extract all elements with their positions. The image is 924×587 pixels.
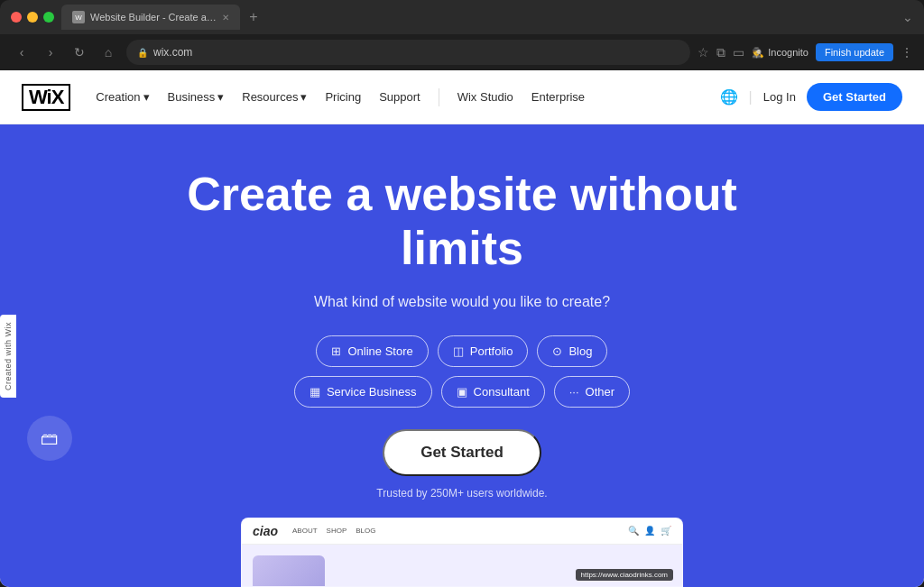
hero-title: Create a website without limits <box>146 168 778 276</box>
nav-separator <box>439 88 439 106</box>
sidebar-icon[interactable]: ▭ <box>733 45 744 60</box>
preview-nav-links: ABOUT SHOP BLOG <box>292 527 375 535</box>
minimize-window-button[interactable] <box>27 12 38 23</box>
portfolio-icon: ◫ <box>453 344 464 358</box>
close-window-button[interactable] <box>11 12 22 23</box>
nav-right: 🌐 | Log In Get Started <box>720 83 902 111</box>
tab-close-icon[interactable]: ✕ <box>222 13 229 23</box>
nav-resources[interactable]: Resources ▾ <box>235 85 314 109</box>
bookmark-icon[interactable]: ☆ <box>698 45 709 60</box>
refresh-button[interactable]: ↻ <box>69 41 90 63</box>
active-tab[interactable]: W Website Builder - Create a Fr... ✕ <box>61 5 240 30</box>
maximize-window-button[interactable] <box>43 12 54 23</box>
preview-nav-about: ABOUT <box>292 527 318 535</box>
nav-pricing[interactable]: Pricing <box>318 85 368 109</box>
traffic-lights <box>11 12 54 23</box>
chevron-down-icon: ▾ <box>143 90 150 104</box>
finish-update-button[interactable]: Finish update <box>816 43 893 61</box>
hero-subtitle: What kind of website would you like to c… <box>314 294 610 310</box>
hero-get-started-button[interactable]: Get Started <box>383 429 541 476</box>
consultant-icon: ▣ <box>457 385 467 399</box>
lock-icon: 🔒 <box>137 48 148 58</box>
preview-window: ciao ABOUT SHOP BLOG 🔍 👤 🛒 https://www.c… <box>241 518 683 587</box>
preview-image <box>253 555 325 587</box>
title-bar: W Website Builder - Create a Fr... ✕ + ⌄ <box>0 0 924 34</box>
nav-enterprise[interactable]: Enterprise <box>524 85 592 109</box>
type-online-store-button[interactable]: ⊞ Online Store <box>316 335 428 367</box>
blog-icon: ⊙ <box>552 344 562 358</box>
trust-text: Trusted by 250M+ users worldwide. <box>376 487 547 500</box>
type-row-1: ⊞ Online Store ◫ Portfolio ⊙ Blog <box>316 335 607 367</box>
nav-creation[interactable]: Creation ▾ <box>88 85 156 109</box>
type-consultant-button[interactable]: ▣ Consultant <box>441 376 545 408</box>
other-icon: ··· <box>569 385 579 399</box>
back-button[interactable]: ‹ <box>11 41 32 63</box>
wix-logo[interactable]: WiX <box>22 84 70 111</box>
created-with-wix-tab: Created with Wix <box>0 314 16 397</box>
website-type-buttons: ⊞ Online Store ◫ Portfolio ⊙ Blog ▦ Serv… <box>294 335 630 408</box>
browser-controls: ‹ › ↻ ⌂ 🔒 wix.com ☆ ⧉ ▭ 🕵 Incognito Fini… <box>0 34 924 70</box>
nav-support[interactable]: Support <box>372 85 428 109</box>
nav-business[interactable]: Business ▾ <box>161 85 232 109</box>
service-icon: ▦ <box>310 385 320 399</box>
cart-icon: 🛒 <box>661 526 671 536</box>
preview-nav-blog: BLOG <box>356 527 375 535</box>
extensions-icon[interactable]: ⧉ <box>716 45 725 60</box>
hero-section: Created with Wix Create a website withou… <box>0 124 924 587</box>
tab-favicon: W <box>72 11 85 23</box>
url-text: wix.com <box>153 46 679 59</box>
type-other-button[interactable]: ··· Other <box>554 376 630 408</box>
expand-browser-icon[interactable]: ⌄ <box>902 10 913 24</box>
preview-icons: 🔍 👤 🛒 <box>628 526 671 536</box>
preview-nav: ciao ABOUT SHOP BLOG 🔍 👤 🛒 <box>242 518 682 545</box>
browser-actions: ☆ ⧉ ▭ 🕵 Incognito Finish update ⋮ <box>698 43 913 61</box>
login-button[interactable]: Log In <box>763 90 796 104</box>
type-blog-button[interactable]: ⊙ Blog <box>537 335 607 367</box>
home-button[interactable]: ⌂ <box>97 41 119 63</box>
tab-title: Website Builder - Create a Fr... <box>90 12 217 23</box>
preview-url-bar: https://www.ciaodrinks.com <box>576 569 673 581</box>
browser-chrome: W Website Builder - Create a Fr... ✕ + ⌄… <box>0 0 924 70</box>
preview-site-logo: ciao <box>253 524 278 538</box>
address-bar[interactable]: 🔒 wix.com <box>126 40 690 65</box>
forward-button[interactable]: › <box>40 41 61 63</box>
type-portfolio-button[interactable]: ◫ Portfolio <box>438 335 529 367</box>
tab-bar: W Website Builder - Create a Fr... ✕ + <box>61 5 895 30</box>
nav-get-started-button[interactable]: Get Started <box>807 83 902 111</box>
menu-icon[interactable]: ⋮ <box>901 45 913 60</box>
search-icon: 🔍 <box>628 526 639 536</box>
globe-icon[interactable]: 🌐 <box>720 88 738 105</box>
type-service-business-button[interactable]: ▦ Service Business <box>294 376 432 408</box>
nav-links: Creation ▾ Business ▾ Resources ▾ Pricin… <box>88 85 719 109</box>
preview-nav-shop: SHOP <box>327 527 347 535</box>
incognito-badge: 🕵 Incognito <box>752 47 808 59</box>
website-content: WiX Creation ▾ Business ▾ Resources ▾ Pr… <box>0 70 924 587</box>
nav-separator-vertical: | <box>749 89 753 105</box>
database-icon: 🗃 <box>27 416 72 461</box>
type-row-2: ▦ Service Business ▣ Consultant ··· Othe… <box>294 376 630 408</box>
site-nav: WiX Creation ▾ Business ▾ Resources ▾ Pr… <box>0 70 924 124</box>
store-icon: ⊞ <box>331 344 341 358</box>
incognito-icon: 🕵 <box>752 47 764 59</box>
chevron-down-icon: ▾ <box>217 90 224 104</box>
user-icon: 👤 <box>644 526 655 536</box>
chevron-down-icon: ▾ <box>300 90 307 104</box>
incognito-label: Incognito <box>768 47 808 58</box>
new-tab-button[interactable]: + <box>244 7 263 27</box>
nav-wix-studio[interactable]: Wix Studio <box>450 85 521 109</box>
